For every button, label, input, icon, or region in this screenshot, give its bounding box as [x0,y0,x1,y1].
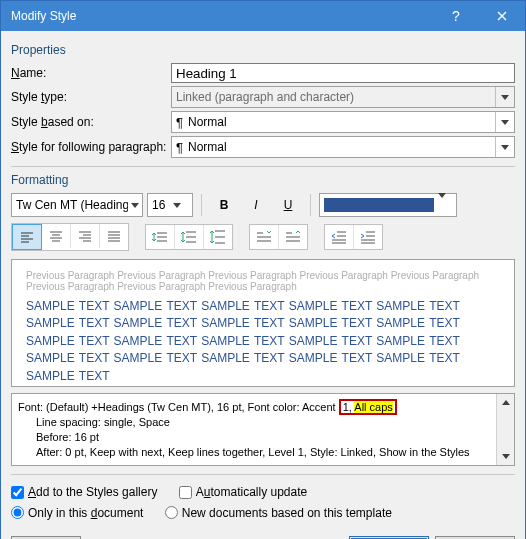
color-swatch [324,198,434,212]
style-description: Font: (Default) +Headings (Tw Cen MT), 1… [11,393,515,466]
line-spacing-icon [152,230,168,244]
desc-line1: Font: (Default) +Headings (Tw Cen MT), 1… [18,401,339,413]
desc-line4: After: 0 pt, Keep with next, Keep lines … [18,445,490,460]
pilcrow-icon: ¶ [176,116,183,129]
font-name-combo[interactable]: Tw Cen MT (Headings) [11,193,143,217]
indent-group [324,224,383,250]
scroll-up-button[interactable] [497,394,514,411]
separator [310,194,311,216]
chevron-down-icon [495,87,514,107]
window-title: Modify Style [11,9,433,23]
style-based-label: Style based on: [11,115,171,129]
style-type-combo: Linked (paragraph and character) [171,86,515,108]
close-button[interactable] [479,1,525,31]
style-type-value: Linked (paragraph and character) [172,90,495,104]
modify-style-dialog: Modify Style ? Properties Name: Style ty… [0,0,526,539]
align-left-button[interactable] [12,224,42,250]
increase-indent-button[interactable] [354,225,382,249]
align-left-icon [20,231,34,243]
italic-button[interactable]: I [242,193,270,217]
close-icon [497,11,507,21]
font-color-combo[interactable] [319,193,457,217]
underline-button[interactable]: U [274,193,302,217]
line-spacing-1_5-button[interactable] [175,225,204,249]
name-label: Name: [11,66,171,80]
add-gallery-checkbox[interactable]: Add to the Styles gallery [11,485,157,499]
bold-button[interactable]: B [210,193,238,217]
decrease-indent-button[interactable] [325,225,354,249]
font-name-value: Tw Cen MT (Headings) [12,198,128,212]
new-docs-radio[interactable]: New documents based on this template [165,506,392,520]
line-spacing-icon [181,230,197,244]
line-spacing-icon [210,230,226,244]
font-size-combo[interactable]: 16 [147,193,193,217]
para-space-icon [285,230,301,244]
increase-indent-icon [360,230,376,244]
style-based-value: Normal [188,115,227,129]
align-justify-button[interactable] [100,224,128,248]
align-justify-icon [107,230,121,242]
properties-heading: Properties [11,43,515,57]
chevron-down-icon[interactable] [438,198,456,212]
align-center-icon [49,230,63,242]
line-spacing-2-button[interactable] [204,225,232,249]
para-spacing-group [249,224,308,250]
para-space-icon [256,230,272,244]
style-type-label: Style type: [11,90,171,104]
desc-line3: Before: 16 pt [18,430,490,445]
help-button[interactable]: ? [433,1,479,31]
style-based-combo[interactable]: ¶Normal [171,111,515,133]
alignment-group [11,223,129,251]
desc-line2: Line spacing: single, Space [18,415,490,430]
decrease-indent-icon [331,230,347,244]
titlebar: Modify Style ? [1,1,525,31]
chevron-down-icon[interactable] [495,137,514,157]
increase-para-before-button[interactable] [250,225,279,249]
style-following-combo[interactable]: ¶Normal [171,136,515,158]
style-following-value: Normal [188,140,227,154]
chevron-down-icon[interactable] [128,194,142,216]
align-right-button[interactable] [71,224,100,248]
preview-box: Previous Paragraph Previous Paragraph Pr… [11,259,515,387]
name-input[interactable] [171,63,515,83]
only-this-doc-radio[interactable]: Only in this document [11,506,143,520]
font-size-value: 16 [148,198,169,212]
separator [201,194,202,216]
scrollbar[interactable] [496,394,514,465]
decrease-para-before-button[interactable] [279,225,307,249]
chevron-down-icon[interactable] [495,112,514,132]
preview-sample: SAMPLE TEXT SAMPLE TEXT SAMPLE TEXT SAMP… [26,298,500,385]
pilcrow-icon: ¶ [176,141,183,154]
preview-previous: Previous Paragraph Previous Paragraph Pr… [26,270,500,292]
style-following-label: Style for following paragraph: [11,140,171,154]
scroll-down-button[interactable] [497,448,514,465]
formatting-heading: Formatting [11,173,515,187]
align-right-icon [78,230,92,242]
spacing-group [145,224,233,250]
align-center-button[interactable] [42,224,71,248]
line-spacing-1-button[interactable] [146,225,175,249]
desc-allcaps-highlight: All caps [354,401,393,413]
chevron-down-icon[interactable] [169,194,185,216]
auto-update-checkbox[interactable]: Automatically update [179,485,307,499]
